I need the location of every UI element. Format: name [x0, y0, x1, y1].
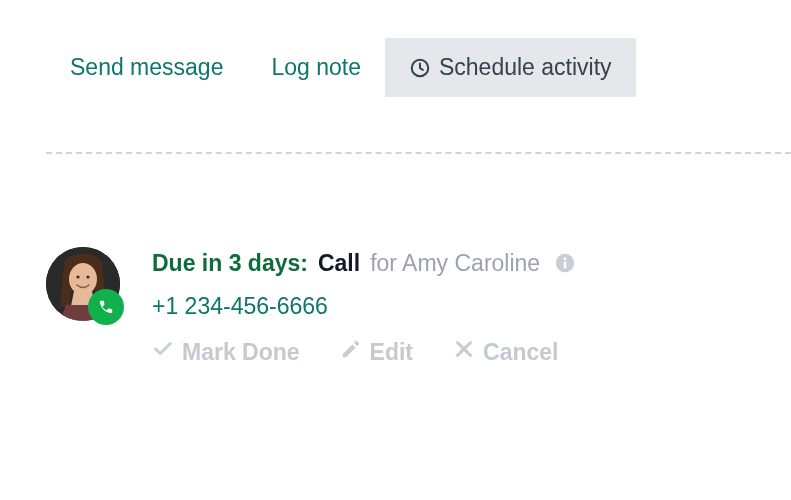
svg-point-4: [69, 263, 97, 295]
check-icon: [152, 338, 174, 366]
tab-send-message[interactable]: Send message: [46, 38, 247, 97]
phone-icon: [88, 289, 124, 325]
tab-log-note[interactable]: Log note: [247, 38, 385, 97]
message-tabs: Send message Log note Schedule activity: [0, 0, 791, 97]
mark-done-label: Mark Done: [182, 339, 300, 366]
tab-label: Send message: [70, 54, 223, 81]
avatar-wrap: [46, 247, 120, 321]
tab-label: Log note: [271, 54, 361, 81]
divider: [46, 152, 791, 154]
due-text: Due in 3 days:: [152, 247, 308, 279]
phone-number[interactable]: +1 234-456-6666: [152, 293, 745, 320]
cancel-button[interactable]: Cancel: [453, 338, 558, 366]
cancel-label: Cancel: [483, 339, 558, 366]
activity-summary: Due in 3 days: Call for Amy Caroline: [152, 247, 745, 279]
pencil-icon: [340, 338, 362, 366]
svg-point-6: [86, 275, 89, 278]
edit-label: Edit: [370, 339, 413, 366]
for-text: for Amy Caroline: [370, 247, 540, 279]
activity-body: Due in 3 days: Call for Amy Caroline +1 …: [152, 247, 745, 366]
close-icon: [453, 338, 475, 366]
tab-schedule-activity[interactable]: Schedule activity: [385, 38, 636, 97]
activity-actions: Mark Done Edit Cancel: [152, 338, 745, 366]
mark-done-button[interactable]: Mark Done: [152, 338, 300, 366]
tab-label: Schedule activity: [439, 54, 612, 81]
svg-rect-9: [564, 261, 567, 268]
clock-icon: [409, 57, 431, 79]
activity-item: Due in 3 days: Call for Amy Caroline +1 …: [0, 162, 791, 366]
activity-type: Call: [318, 247, 360, 279]
svg-point-8: [564, 258, 567, 261]
info-icon[interactable]: [554, 252, 576, 274]
svg-point-5: [76, 275, 79, 278]
edit-button[interactable]: Edit: [340, 338, 413, 366]
